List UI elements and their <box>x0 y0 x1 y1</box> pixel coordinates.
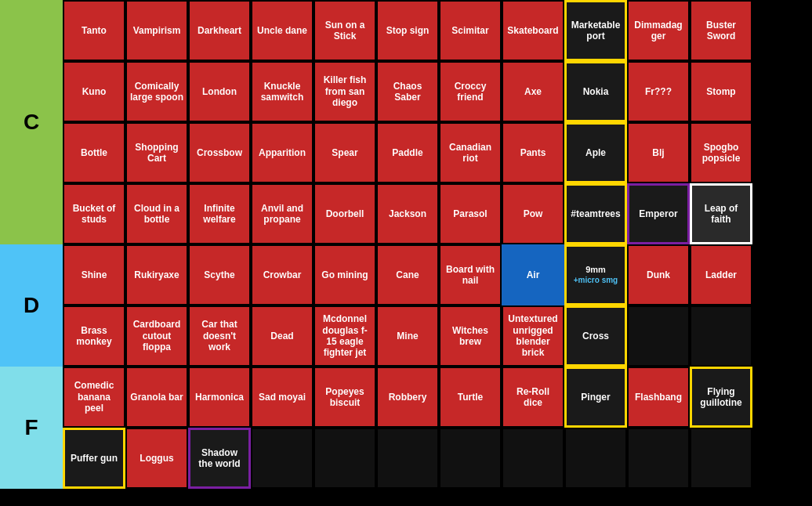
tier-item[interactable] <box>564 428 627 489</box>
tier-item[interactable]: Car that doesn't work <box>188 305 251 367</box>
tier-item[interactable]: Board with nail <box>439 244 502 305</box>
tier-items-f: Comedic banana peelGranola barHarmonicaS… <box>63 367 812 489</box>
tier-item[interactable]: Sad moyai <box>251 367 314 428</box>
tier-item[interactable]: #teamtrees <box>564 183 627 244</box>
tier-item[interactable]: Stomp <box>690 61 752 122</box>
tier-item[interactable]: Dunk <box>627 244 690 305</box>
tier-item[interactable]: Tanto <box>63 0 125 61</box>
tier-label-f: F <box>0 367 63 489</box>
tier-items-c: TantoVampirismDarkheartUncle daneSun on … <box>63 0 812 244</box>
tier-item[interactable]: Scythe <box>188 244 251 305</box>
tier-item[interactable] <box>439 428 502 489</box>
tier-item[interactable]: Darkheart <box>188 0 251 61</box>
tier-item[interactable]: Cane <box>376 244 439 305</box>
tier-item[interactable]: Knuckle samwitch <box>251 61 314 122</box>
tier-item[interactable]: Rukiryaxe <box>125 244 188 305</box>
tier-item[interactable]: Kuno <box>63 61 125 122</box>
tier-item[interactable]: Shine <box>63 244 125 305</box>
tier-item[interactable]: Marketable port <box>564 0 627 61</box>
tier-item[interactable]: Granola bar <box>125 367 188 428</box>
tier-item[interactable] <box>314 428 376 489</box>
tier-item[interactable]: Fr??? <box>627 61 690 122</box>
tier-item[interactable]: Dimmadagger <box>627 0 690 61</box>
tier-item[interactable]: Cardboard cutout floppa <box>125 305 188 367</box>
tier-item[interactable]: Uncle dane <box>251 0 314 61</box>
tier-item[interactable]: Robbery <box>376 367 439 428</box>
tier-f: FComedic banana peelGranola barHarmonica… <box>0 367 812 489</box>
tier-item[interactable] <box>690 428 752 489</box>
tier-item[interactable]: Blj <box>627 122 690 183</box>
tier-item[interactable]: Dead <box>251 305 314 367</box>
tier-item[interactable]: Ladder <box>690 244 752 305</box>
tier-d: DShineRukiryaxeScytheCrowbarGo miningCan… <box>0 244 812 367</box>
tier-label-d: D <box>0 244 63 367</box>
tier-item[interactable]: Witches brew <box>439 305 502 367</box>
tier-item[interactable]: Crowbar <box>251 244 314 305</box>
tier-item[interactable]: Pinger <box>564 367 627 428</box>
tier-item[interactable]: Crossbow <box>188 122 251 183</box>
tier-item[interactable]: Spear <box>314 122 376 183</box>
tier-item[interactable]: Sun on a Stick <box>314 0 376 61</box>
tier-item[interactable]: Buster Sword <box>690 0 752 61</box>
tier-item[interactable]: Nokia <box>564 61 627 122</box>
tier-item[interactable] <box>690 305 752 367</box>
tier-item[interactable]: Cloud in a bottle <box>125 183 188 244</box>
tier-item[interactable]: Parasol <box>439 183 502 244</box>
tier-item[interactable]: Turtle <box>439 367 502 428</box>
tier-item[interactable]: Axe <box>502 61 564 122</box>
tier-item[interactable] <box>376 428 439 489</box>
tier-item[interactable]: Stop sign <box>376 0 439 61</box>
tier-item[interactable]: Loggus <box>125 428 188 489</box>
tier-item[interactable]: Shopping Cart <box>125 122 188 183</box>
tier-c: CTantoVampirismDarkheartUncle daneSun on… <box>0 0 812 244</box>
tier-item[interactable]: Croccy friend <box>439 61 502 122</box>
tier-item[interactable]: Jackson <box>376 183 439 244</box>
tier-item[interactable]: Leap of faith <box>690 183 752 244</box>
tier-item[interactable]: Popeyes biscuit <box>314 367 376 428</box>
tier-item[interactable]: Pants <box>502 122 564 183</box>
tier-item[interactable]: Infinite welfare <box>188 183 251 244</box>
tier-list: CTantoVampirismDarkheartUncle daneSun on… <box>0 0 812 489</box>
tier-item[interactable]: Pow <box>502 183 564 244</box>
tier-item[interactable]: Skateboard <box>502 0 564 61</box>
tier-item[interactable]: Air <box>502 244 564 305</box>
tier-item[interactable] <box>627 305 690 367</box>
tier-item[interactable]: Harmonica <box>188 367 251 428</box>
tier-items-d: ShineRukiryaxeScytheCrowbarGo miningCane… <box>63 244 812 367</box>
tier-item[interactable]: Flashbang <box>627 367 690 428</box>
tier-item[interactable]: Bottle <box>63 122 125 183</box>
tier-label-c: C <box>0 0 63 244</box>
tier-item[interactable]: Chaos Saber <box>376 61 439 122</box>
tier-item[interactable]: Paddle <box>376 122 439 183</box>
tier-item[interactable] <box>627 428 690 489</box>
tier-item[interactable]: Apparition <box>251 122 314 183</box>
tier-item[interactable]: Comedic banana peel <box>63 367 125 428</box>
tier-item[interactable]: Cross <box>564 305 627 367</box>
tier-item[interactable]: Spogbo popsicle <box>690 122 752 183</box>
tier-item[interactable]: Untextured unrigged blender brick <box>502 305 564 367</box>
tier-item[interactable]: Scimitar <box>439 0 502 61</box>
tier-item[interactable]: Comically large spoon <box>125 61 188 122</box>
tier-item[interactable]: Mine <box>376 305 439 367</box>
tier-item[interactable]: London <box>188 61 251 122</box>
tier-item[interactable]: Emperor <box>627 183 690 244</box>
tier-item[interactable]: Brass monkey <box>63 305 125 367</box>
tier-item[interactable]: 9mm+micro smg <box>564 244 627 305</box>
tier-item[interactable]: Doorbell <box>314 183 376 244</box>
tier-item[interactable]: Anvil and propane <box>251 183 314 244</box>
tier-item[interactable]: Shadow the world <box>188 428 251 489</box>
tier-item[interactable]: Killer fish from san diego <box>314 61 376 122</box>
tier-item[interactable] <box>251 428 314 489</box>
tier-item[interactable]: Bucket of studs <box>63 183 125 244</box>
tier-item[interactable]: Go mining <box>314 244 376 305</box>
tier-item[interactable]: Puffer gun <box>63 428 125 489</box>
tier-item[interactable]: Flying guillotine <box>690 367 752 428</box>
tier-item[interactable]: Canadian riot <box>439 122 502 183</box>
tier-item[interactable]: Re-Roll dice <box>502 367 564 428</box>
tier-item[interactable] <box>502 428 564 489</box>
tier-item[interactable]: Vampirism <box>125 0 188 61</box>
tier-item[interactable]: Mcdonnel douglas f-15 eagle fighter jet <box>314 305 376 367</box>
tier-item[interactable]: Aple <box>564 122 627 183</box>
